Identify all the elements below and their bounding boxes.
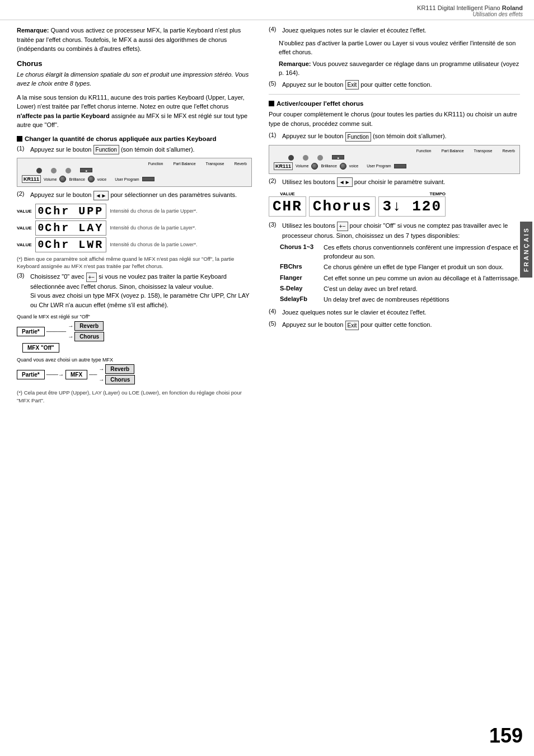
flow-mfx-box: MFX "Off" [22, 343, 59, 353]
volume-knob [59, 176, 66, 182]
diagram-bottom-row: KR111 Volume Brilliance voice User Progr… [22, 175, 247, 183]
volume-knob-r [311, 163, 318, 170]
display-note: (*) Bien que ce paramètre soit affiché m… [17, 255, 252, 270]
step-4-act-content: Jouez quelques notes sur le clavier et é… [282, 308, 520, 317]
brilliance-knob-r [340, 163, 346, 170]
effect-sdelay: S-Delay C'est un delay avec un bref reta… [280, 285, 531, 293]
step-3: (3) Choisissez "0" avec +− si vous ne vo… [17, 272, 252, 309]
flow-chorus-box: Chorus [74, 332, 104, 341]
right-col-inner: (4) Jouez quelques notes sur le clavier … [269, 26, 520, 330]
plusminus-key: +− [86, 273, 97, 282]
chorus-display-middle: Chorus [309, 191, 376, 217]
diagram-buttons-row-r: ■ [274, 155, 515, 161]
remark-intro: Remarque: Quand vous activez ce processe… [17, 26, 252, 54]
exit-key-act: Exit [345, 321, 359, 330]
flow-diagram-2: Quand vous avez choisi un autre type MFX… [17, 357, 252, 384]
step-3-content: Choisissez "0" avec +− si vous ne voulez… [30, 272, 252, 309]
chorus-section-title: Chorus [17, 59, 252, 68]
arrow-key: ◄► [93, 191, 109, 200]
user-program-btn [142, 177, 154, 181]
exit-key-right: Exit [345, 80, 359, 90]
tempo-display: 3↓ 120 [378, 196, 446, 217]
francais-tab: FRANÇAIS [520, 222, 532, 278]
flow2-chorus-box: Chorus [105, 375, 135, 384]
page-number: 159 [489, 724, 523, 748]
chorus-body: A la mise sous tension du KR111, aucune … [17, 93, 252, 130]
diagram-controls-r: Function Part Balance Transpose Reverb [416, 149, 515, 153]
step-1-content: Appuyez sur le bouton Function (son témo… [30, 145, 252, 155]
step-2-content: Appuyez sur le bouton ◄► pour sélectionn… [30, 190, 252, 200]
transpose-btn [65, 168, 71, 173]
flow-partie-box: Partie* [17, 327, 45, 336]
flow-note: (*) Cela peut être UPP (Upper), LAY (Lay… [17, 389, 252, 404]
flow2-partie-box: Partie* [17, 370, 45, 379]
function-btn [36, 168, 42, 173]
chorus-word-display: Chorus [309, 196, 376, 217]
brilliance-knob [88, 176, 95, 182]
flow2-mfx-box: MFX [65, 370, 87, 379]
plusminus-key-act: +− [337, 222, 348, 231]
activate-section-title: Activer/couper l'effet chorus [269, 100, 520, 107]
display-item-upper: VALUE 0 Chr UPP Intensité du chorus de l… [17, 204, 252, 219]
brand-name: Roland [502, 4, 523, 11]
subsection-keyboard-title: Changer la quantité de chorus appliquée … [17, 135, 252, 142]
transpose-btn-r [317, 155, 323, 161]
effect-chorus123: Chorus 1~3 Ces effets chorus conventionn… [280, 243, 531, 261]
diagram-buttons-row: ■ [22, 168, 247, 173]
function-btn-r [288, 155, 294, 161]
balance-btn [51, 168, 57, 173]
page-header: KR111 Digital Intelligent Piano Roland U… [0, 0, 534, 20]
main-content: Remarque: Quand vous activez ce processe… [0, 20, 534, 756]
note-right: N'oubliez pas d'activer la partie Lower … [279, 39, 520, 57]
display-item-lower: VALUE 0 Chr LWR Intensité du chorus de l… [17, 237, 252, 252]
kr111-diagram-left: Function Part Balance Transpose Reverb [17, 158, 252, 187]
page-subtitle: Utilisation des effets [417, 11, 523, 17]
step-5-right-content: Appuyez sur le bouton Exit pour quitter … [282, 80, 520, 90]
header-title-block: KR111 Digital Intelligent Piano Roland U… [417, 4, 523, 17]
flow-reverb-box: Reverb [74, 321, 104, 331]
effects-table: Chorus 1~3 Ces effets chorus conventionn… [280, 243, 531, 304]
reverb-group-r: ■ [332, 155, 344, 161]
chr-display: CHR [269, 196, 306, 217]
diagram-bottom-row-r: KR111 Volume Brilliance voice User Progr… [274, 162, 515, 170]
diagram-left-space [22, 162, 33, 166]
balance-btn-r [303, 155, 308, 161]
effect-fbchrs: FBChrs Ce chorus génère un effet de type… [280, 263, 531, 271]
function-key: Function [93, 145, 119, 154]
chorus-intro: Le chorus élargit la dimension spatiale … [17, 70, 252, 88]
diagram-left-space-r [274, 149, 285, 153]
flow-diagram-1: Quand le MFX est réglé sur "Off" Partie*… [17, 314, 252, 353]
product-name: KR111 Digital Intelligent Piano Roland [417, 4, 523, 11]
step-2: (2) Appuyez sur le bouton ◄► pour sélect… [17, 190, 252, 200]
step-1: (1) Appuyez sur le bouton Function (son … [17, 145, 252, 155]
kr111-logo-r: KR111 [274, 162, 293, 170]
step-1-act-content: Appuyez sur le bouton Function (son témo… [282, 132, 520, 142]
diagram-top-row-right: Function Part Balance Transpose Reverb [274, 149, 515, 153]
activate-body: Pour couper complètement le chorus (pour… [269, 110, 520, 128]
page: KR111 Digital Intelligent Piano Roland U… [0, 0, 534, 756]
separator [269, 94, 520, 95]
left-column: Remarque: Quand vous activez ce processe… [0, 26, 263, 756]
black-square-icon-2 [269, 101, 274, 106]
function-key-act: Function [345, 132, 371, 142]
step-4-act: (4) Jouez quelques notes sur le clavier … [269, 308, 520, 317]
step-4-right: (4) Jouez quelques notes sur le clavier … [269, 26, 520, 35]
remark-right: Remarque: Vous pouvez sauvegarder ce rég… [279, 59, 520, 78]
display-items: VALUE 0 Chr UPP Intensité du chorus de l… [17, 204, 252, 252]
step-5-act-content: Appuyez sur le bouton Exit pour quitter … [282, 320, 520, 330]
step-4-right-content: Jouez quelques notes sur le clavier et é… [282, 26, 520, 35]
step-1-act: (1) Appuyez sur le bouton Function (son … [269, 132, 520, 142]
kr111-logo: KR111 [22, 175, 41, 183]
chorus-display-left: VALUE CHR [269, 191, 306, 217]
black-square-icon [17, 136, 22, 142]
step-2-act: (2) Utilisez les boutons ◄► pour choisir… [269, 177, 520, 187]
step-3-act: (3) Utilisez les boutons +− pour choisir… [269, 221, 520, 240]
diagram-top-row: Function Part Balance Transpose Reverb [22, 162, 247, 166]
right-column: (4) Jouez quelques notes sur le clavier … [263, 26, 534, 756]
chorus-display-right: TEMPO 3↓ 120 [378, 191, 446, 217]
chorus-display-block: VALUE CHR Chorus TEMPO 3↓ 120 [269, 191, 520, 217]
user-program-btn-r [394, 164, 406, 168]
effect-sdelayfb: SdelayFb Un delay bref avec de nombreuse… [280, 295, 531, 304]
flow2-reverb-box: Reverb [105, 364, 134, 374]
step-5-act: (5) Appuyez sur le bouton Exit pour quit… [269, 320, 520, 330]
